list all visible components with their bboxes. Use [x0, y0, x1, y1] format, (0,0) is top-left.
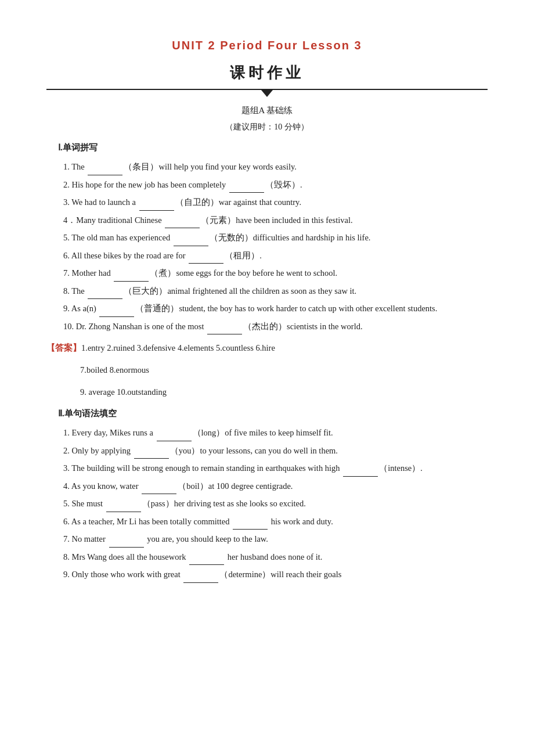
blank-II-6	[233, 529, 268, 530]
blank-II-3	[343, 476, 378, 477]
answer-line3: 9. average 10.outstanding	[80, 387, 167, 397]
question-I-1: 1. The （条目）will help you find your key w…	[46, 159, 488, 175]
blank-I-10	[207, 334, 242, 334]
blank-II-7	[109, 547, 144, 548]
section-I-label: Ⅰ.单词拼写	[58, 140, 488, 156]
main-title: UNIT 2 Period Four Lesson 3	[46, 35, 488, 56]
blank-II-4	[142, 494, 176, 494]
question-I-10: 10. Dr. Zhong Nanshan is one of the most…	[46, 319, 488, 335]
question-I-7: 7. Mother had （煮）some eggs for the boy b…	[46, 265, 488, 282]
question-I-6: 6. All these bikes by the road are for （…	[46, 248, 488, 264]
blank-I-6	[189, 263, 223, 264]
blank-I-5	[174, 246, 208, 246]
answer-line1: 1.entry 2.ruined 3.defensive 4.elements …	[81, 343, 275, 352]
answer-block-I-3: 9. average 10.outstanding	[46, 384, 488, 401]
question-I-9: 9. As a(n) （普通的）student, the boy has to …	[46, 301, 488, 317]
blank-II-8	[189, 564, 224, 565]
blank-II-9	[183, 582, 218, 583]
question-II-9: 9. Only those who work with great （deter…	[46, 567, 488, 583]
question-II-3: 3. The building will be strong enough to…	[46, 460, 488, 477]
question-II-8: 8. Mrs Wang does all the housework her h…	[46, 549, 488, 566]
triangle-down-icon	[261, 90, 273, 97]
blank-I-8	[88, 298, 122, 299]
blank-I-4	[165, 228, 200, 228]
question-II-5: 5. She must （pass）her driving test as sh…	[46, 496, 488, 512]
blank-I-9	[99, 316, 134, 317]
blank-II-1	[157, 441, 192, 441]
blank-I-2	[229, 192, 264, 193]
question-I-8: 8. The （巨大的）animal frightened all the ch…	[46, 283, 488, 300]
answer-line2: 7.boiled 8.enormous	[80, 365, 149, 375]
question-II-7: 7. No matter you are, you should keep to…	[46, 531, 488, 548]
question-I-4: 4．Many traditional Chinese （元素）have been…	[46, 213, 488, 229]
question-I-5: 5. The old man has experienced （无数的）diff…	[46, 230, 488, 246]
sub-title-wrapper: 课时作业	[46, 59, 488, 87]
question-II-1: 1. Every day, Mikes runs a （long）of five…	[46, 425, 488, 441]
section-a-label: 题组A 基础练	[46, 103, 488, 118]
answer-block-I: 【答案】1.entry 2.ruined 3.defensive 4.eleme…	[46, 340, 488, 357]
question-I-2: 2. His hope for the new job has been com…	[46, 177, 488, 193]
answer-block-I-2: 7.boiled 8.enormous	[46, 362, 488, 379]
sub-title: 课时作业	[46, 59, 488, 87]
question-I-3: 3. We had to launch a （自卫的）war against t…	[46, 195, 488, 211]
question-II-4: 4. As you know, water （boil）at 100 degre…	[46, 478, 488, 495]
blank-II-5	[106, 512, 141, 512]
question-II-6: 6. As a teacher, Mr Li has been totally …	[46, 514, 488, 530]
answer-label-I: 【答案】	[46, 343, 81, 352]
time-hint: （建议用时：10 分钟）	[46, 120, 488, 134]
blank-I-7	[114, 281, 149, 282]
section-II-label: Ⅱ.单句语法填空	[58, 406, 488, 422]
blank-I-1	[88, 175, 122, 175]
question-II-2: 2. Only by applying （you）to your lessons…	[46, 443, 488, 459]
blank-II-2	[134, 458, 169, 459]
blank-I-3	[139, 210, 174, 211]
